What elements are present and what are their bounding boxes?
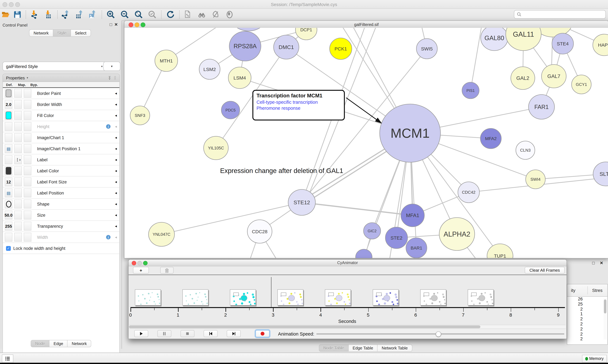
pause-button[interactable] bbox=[157, 330, 171, 337]
task-history-button[interactable] bbox=[2, 354, 13, 363]
def-cell[interactable] bbox=[5, 233, 12, 242]
def-cell[interactable] bbox=[5, 133, 12, 142]
info-icon[interactable]: i bbox=[106, 235, 111, 239]
export-table-icon[interactable] bbox=[74, 10, 84, 19]
expand-row-icon[interactable]: ◂ bbox=[115, 169, 117, 173]
expand-row-icon[interactable]: ◂ bbox=[115, 102, 117, 106]
byp-cell[interactable] bbox=[24, 177, 31, 186]
network-node-CLN3[interactable]: CLN3 bbox=[516, 141, 535, 159]
def-cell[interactable] bbox=[5, 89, 12, 98]
play-button[interactable] bbox=[134, 330, 148, 337]
network-node-TUP1[interactable]: TUP1 bbox=[487, 244, 513, 258]
byp-cell[interactable] bbox=[24, 111, 31, 120]
zoom-in-icon[interactable] bbox=[106, 10, 116, 19]
expand-row-icon[interactable]: ◂ bbox=[115, 191, 117, 195]
frame-thumbnail-3[interactable] bbox=[277, 289, 304, 305]
property-row-image-chart-1[interactable]: Image/Chart 1◂ bbox=[3, 132, 119, 143]
property-row-shape[interactable]: Shape◂ bbox=[3, 199, 119, 210]
table-row[interactable]: 2 bbox=[567, 317, 607, 322]
memory-button[interactable]: Memory bbox=[582, 355, 607, 363]
network-edge[interactable] bbox=[470, 28, 482, 91]
network-node-SLT2[interactable]: SLT2 bbox=[593, 162, 608, 186]
byp-cell[interactable] bbox=[24, 144, 31, 153]
network-node-ALPHA2[interactable]: ALPHA2 bbox=[439, 218, 475, 250]
frame-thumbnail-5[interactable] bbox=[373, 289, 399, 305]
network-node-PDC5[interactable]: PDC5 bbox=[221, 101, 240, 119]
frame-thumbnail-1[interactable] bbox=[182, 289, 208, 305]
def-cell[interactable] bbox=[5, 111, 12, 120]
expand-row-icon[interactable]: ◂ bbox=[115, 91, 117, 95]
annotation-link[interactable]: Pheromone response bbox=[257, 106, 341, 111]
network-node-GAL2[interactable]: GAL2 bbox=[511, 67, 535, 90]
network-node-DMC1[interactable]: DMC1 bbox=[274, 35, 299, 59]
expand-row-icon[interactable]: ◂ bbox=[115, 135, 117, 140]
def-cell[interactable]: 255 bbox=[5, 222, 12, 231]
byp-cell[interactable] bbox=[24, 222, 31, 231]
network-node-RPS28A[interactable]: RPS28A bbox=[229, 31, 261, 61]
timeline-hscrollbar[interactable] bbox=[129, 325, 566, 329]
network-node-partial[interactable] bbox=[231, 28, 266, 31]
expand-all-icon[interactable]: ∨∨ bbox=[109, 76, 111, 80]
network-node-CDC28[interactable]: CDC28 bbox=[247, 220, 272, 243]
float-table-panel-icon[interactable]: □ bbox=[592, 260, 595, 265]
network-node-BAR1[interactable]: BAR1 bbox=[406, 238, 427, 258]
frame-thumbnail-6[interactable] bbox=[420, 289, 446, 305]
tab-style[interactable]: Style bbox=[53, 29, 71, 37]
import-table-icon[interactable] bbox=[43, 10, 53, 19]
expand-row-icon[interactable]: ◂ bbox=[115, 113, 117, 118]
property-row-border-paint[interactable]: Border Paint◂ bbox=[3, 88, 119, 99]
property-row-size[interactable]: 50.0Size◂ bbox=[3, 210, 119, 221]
expand-row-icon[interactable]: ◂ bbox=[115, 180, 117, 184]
lock-checkbox[interactable]: ✓ bbox=[6, 246, 11, 251]
network-node-LSM2[interactable]: LSM2 bbox=[199, 59, 220, 79]
open-folder-icon[interactable] bbox=[1, 10, 11, 19]
style-selector-dropdown[interactable]: galFiltered Style ▾ bbox=[2, 62, 106, 71]
def-cell[interactable] bbox=[5, 200, 12, 208]
map-cell[interactable] bbox=[14, 233, 22, 242]
collapse-all-icon[interactable]: ∧∧ bbox=[114, 76, 116, 80]
def-cell[interactable]: ▤ bbox=[5, 188, 12, 197]
tab-node-table[interactable]: Node Table bbox=[319, 344, 348, 352]
property-row-label-color[interactable]: Label Color◂ bbox=[3, 165, 119, 176]
network-node-CDC42[interactable]: CDC42 bbox=[458, 182, 479, 203]
table-row[interactable]: 1 bbox=[567, 312, 607, 317]
network-node-HAP2[interactable]: HAP2 bbox=[593, 34, 608, 56]
table-scrollbar[interactable] bbox=[604, 298, 607, 339]
map-cell[interactable] bbox=[14, 211, 22, 220]
frame-thumbnail-4[interactable] bbox=[325, 289, 351, 305]
network-window-titlebar[interactable]: galFiltered.sif bbox=[124, 21, 608, 28]
network-node-GAL80[interactable]: GAL80 bbox=[481, 28, 508, 51]
close-table-panel-icon[interactable]: ✕ bbox=[600, 260, 603, 265]
table-row[interactable]: 2 bbox=[567, 307, 607, 312]
export-image-icon[interactable] bbox=[87, 10, 97, 19]
map-cell[interactable] bbox=[14, 89, 22, 98]
byp-cell[interactable] bbox=[24, 133, 31, 142]
column-header-centrality[interactable]: ity bbox=[571, 288, 575, 293]
map-cell[interactable] bbox=[14, 166, 22, 175]
zoom-fit-icon[interactable] bbox=[134, 10, 143, 19]
close-panel-icon[interactable]: ✕ bbox=[114, 22, 118, 27]
network-node-SWI4[interactable]: SWI4 bbox=[526, 170, 545, 189]
network-node-MFA1[interactable]: MFA1 bbox=[401, 204, 424, 227]
frame-thumbnail-7[interactable] bbox=[468, 289, 494, 305]
network-node-GIC2[interactable]: GIC2 bbox=[363, 223, 381, 239]
property-row-label[interactable]: ⋮›Label◂ bbox=[3, 154, 119, 165]
show-all-icon[interactable] bbox=[225, 10, 234, 19]
expand-row-icon[interactable]: ◂ bbox=[115, 213, 117, 217]
property-row-border-width[interactable]: 2.0Border Width◂ bbox=[3, 99, 119, 110]
property-row-label-position[interactable]: ▤Label Position◂ bbox=[3, 188, 119, 199]
skip-to-start-button[interactable] bbox=[204, 330, 218, 337]
network-node-GCY1[interactable]: GCY1 bbox=[572, 75, 591, 94]
first-neighbors-icon[interactable] bbox=[197, 10, 207, 19]
add-frame-button[interactable]: + bbox=[133, 267, 149, 273]
byp-cell[interactable] bbox=[24, 200, 31, 208]
expand-row-icon[interactable]: ◂ bbox=[115, 146, 117, 151]
def-cell[interactable] bbox=[5, 122, 12, 131]
tab-network-table[interactable]: Network Table bbox=[378, 344, 412, 352]
properties-header[interactable]: Properties ▾ ∨∨ ∧∧ bbox=[3, 74, 119, 82]
byp-cell[interactable] bbox=[24, 155, 31, 164]
skip-to-end-button[interactable] bbox=[227, 330, 241, 337]
stop-button[interactable] bbox=[180, 330, 194, 337]
property-row-transparency[interactable]: 255Transparency◂ bbox=[3, 221, 119, 232]
style-options-button[interactable]: ▾ bbox=[103, 62, 120, 71]
